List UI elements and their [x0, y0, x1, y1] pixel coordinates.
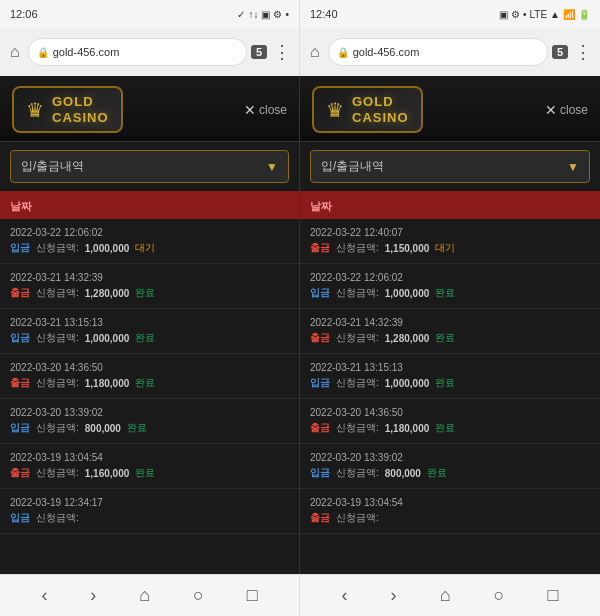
left-dropdown-container: 입/출금내역 ▼	[0, 142, 299, 191]
transaction-details: 출금신청금액:1,180,000완료	[10, 376, 289, 390]
transaction-item: 2022-03-21 13:15:13입금신청금액:1,000,000완료	[0, 309, 299, 354]
transaction-type: 출금	[310, 241, 330, 255]
right-panel: ♛ GOLD CASINO ✕ close 입/출금내역 ▼ 날짜 2022-0…	[300, 76, 600, 574]
right-crown-icon: ♛	[326, 98, 344, 122]
right-status-icons: ▣ ⚙ • LTE ▲ 📶 🔋	[499, 9, 590, 20]
left-tab-badge[interactable]: 5	[251, 45, 267, 59]
transaction-date: 2022-03-19 12:34:17	[10, 497, 289, 508]
left-forward-button[interactable]: ›	[84, 579, 102, 612]
transaction-label: 신청금액:	[336, 466, 379, 480]
right-casino-header: ♛ GOLD CASINO ✕ close	[300, 76, 600, 142]
left-casino-name: GOLD CASINO	[52, 94, 109, 125]
transaction-item: 2022-03-19 13:04:54출금신청금액:	[300, 489, 600, 534]
left-dropdown[interactable]: 입/출금내역 ▼	[10, 150, 289, 183]
left-lock-icon: 🔒	[37, 47, 49, 58]
right-close-x-icon: ✕	[545, 102, 557, 118]
left-circle-button[interactable]: ○	[187, 579, 210, 612]
transaction-amount: 1,000,000	[85, 243, 130, 254]
right-home-nav[interactable]: ⌂	[306, 41, 324, 63]
transaction-amount: 1,180,000	[385, 423, 430, 434]
transaction-date: 2022-03-21 13:15:13	[10, 317, 289, 328]
left-casino-header: ♛ GOLD CASINO ✕ close	[0, 76, 299, 142]
right-casino-name-line2: CASINO	[352, 110, 409, 126]
transaction-item: 2022-03-22 12:06:02입금신청금액:1,000,000대기	[0, 219, 299, 264]
transaction-status: 완료	[135, 286, 155, 300]
transaction-date: 2022-03-20 13:39:02	[310, 452, 590, 463]
transaction-label: 신청금액:	[36, 466, 79, 480]
left-transaction-list: 2022-03-22 12:06:02입금신청금액:1,000,000대기202…	[0, 219, 299, 574]
left-menu-dots[interactable]: ⋮	[271, 41, 293, 63]
transaction-item: 2022-03-22 12:40:07출금신청금액:1,150,000대기	[300, 219, 600, 264]
transaction-details: 입금신청금액:1,000,000대기	[10, 241, 289, 255]
right-browser-chrome: ⌂ 🔒 gold-456.com 5 ⋮	[300, 28, 600, 76]
transaction-details: 출금신청금액:1,280,000완료	[10, 286, 289, 300]
transaction-status: 완료	[435, 286, 455, 300]
left-casino-logo: ♛ GOLD CASINO	[12, 86, 123, 133]
transaction-type: 출금	[10, 466, 30, 480]
transaction-label: 신청금액:	[336, 241, 379, 255]
transaction-date: 2022-03-20 13:39:02	[10, 407, 289, 418]
right-back-button[interactable]: ‹	[336, 579, 354, 612]
transaction-date: 2022-03-20 14:36:50	[10, 362, 289, 373]
left-casino-name-line2: CASINO	[52, 110, 109, 126]
right-dropdown-arrow-icon: ▼	[567, 160, 579, 174]
left-url-text: gold-456.com	[53, 46, 120, 58]
transaction-label: 신청금액:	[336, 286, 379, 300]
transaction-type: 출금	[310, 421, 330, 435]
right-casino-name: GOLD CASINO	[352, 94, 409, 125]
transaction-type: 입금	[310, 466, 330, 480]
left-status-icons: ✓ ↑↓ ▣ ⚙ •	[237, 9, 289, 20]
transaction-amount: 1,150,000	[385, 243, 430, 254]
transaction-type: 입금	[310, 286, 330, 300]
left-home-nav[interactable]: ⌂	[6, 41, 24, 63]
left-home-button[interactable]: ⌂	[133, 579, 156, 612]
transaction-item: 2022-03-21 13:15:13입금신청금액:1,000,000완료	[300, 354, 600, 399]
transaction-status: 완료	[427, 466, 447, 480]
transaction-details: 출금신청금액:1,150,000대기	[310, 241, 590, 255]
right-url-bar[interactable]: 🔒 gold-456.com	[328, 38, 548, 66]
transaction-type: 출금	[10, 286, 30, 300]
left-dropdown-arrow-icon: ▼	[266, 160, 278, 174]
right-tab-badge[interactable]: 5	[552, 45, 568, 59]
transaction-amount: 800,000	[85, 423, 121, 434]
left-status-bar: 12:06 ✓ ↑↓ ▣ ⚙ •	[0, 0, 300, 28]
right-menu-dots[interactable]: ⋮	[572, 41, 594, 63]
transaction-date: 2022-03-21 14:32:39	[10, 272, 289, 283]
transaction-type: 입금	[10, 241, 30, 255]
right-bottom-nav: ‹ › ⌂ ○ □	[300, 575, 600, 616]
left-back-button[interactable]: ‹	[35, 579, 53, 612]
transaction-details: 출금신청금액:1,280,000완료	[310, 331, 590, 345]
left-bottom-nav: ‹ › ⌂ ○ □	[0, 575, 300, 616]
right-circle-button[interactable]: ○	[488, 579, 511, 612]
transaction-status: 완료	[435, 331, 455, 345]
right-dropdown-container: 입/출금내역 ▼	[300, 142, 600, 191]
left-table-header-text: 날짜	[10, 200, 32, 212]
transaction-status: 완료	[135, 331, 155, 345]
left-close-button[interactable]: ✕ close	[244, 102, 287, 118]
left-url-bar[interactable]: 🔒 gold-456.com	[28, 38, 247, 66]
right-dropdown[interactable]: 입/출금내역 ▼	[310, 150, 590, 183]
left-close-x-icon: ✕	[244, 102, 256, 118]
right-status-bar: 12:40 ▣ ⚙ • LTE ▲ 📶 🔋	[300, 0, 600, 28]
status-bars: 12:06 ✓ ↑↓ ▣ ⚙ • 12:40 ▣ ⚙ • LTE ▲ 📶 🔋	[0, 0, 600, 28]
right-home-button[interactable]: ⌂	[434, 579, 457, 612]
transaction-date: 2022-03-22 12:40:07	[310, 227, 590, 238]
transaction-details: 입금신청금액:1,000,000완료	[310, 286, 590, 300]
transaction-type: 출금	[10, 376, 30, 390]
right-table-header-text: 날짜	[310, 200, 332, 212]
transaction-amount: 1,160,000	[85, 468, 130, 479]
right-square-button[interactable]: □	[542, 579, 565, 612]
left-square-button[interactable]: □	[241, 579, 264, 612]
right-close-button[interactable]: ✕ close	[545, 102, 588, 118]
transaction-date: 2022-03-22 12:06:02	[310, 272, 590, 283]
transaction-label: 신청금액:	[36, 331, 79, 345]
left-browser-chrome: ⌂ 🔒 gold-456.com 5 ⋮	[0, 28, 300, 76]
transaction-item: 2022-03-21 14:32:39출금신청금액:1,280,000완료	[0, 264, 299, 309]
right-time: 12:40	[310, 8, 338, 20]
transaction-amount: 800,000	[385, 468, 421, 479]
transaction-status: 대기	[435, 241, 455, 255]
transaction-item: 2022-03-20 13:39:02입금신청금액:800,000완료	[0, 399, 299, 444]
transaction-status: 완료	[135, 466, 155, 480]
right-forward-button[interactable]: ›	[385, 579, 403, 612]
transaction-date: 2022-03-19 13:04:54	[310, 497, 590, 508]
